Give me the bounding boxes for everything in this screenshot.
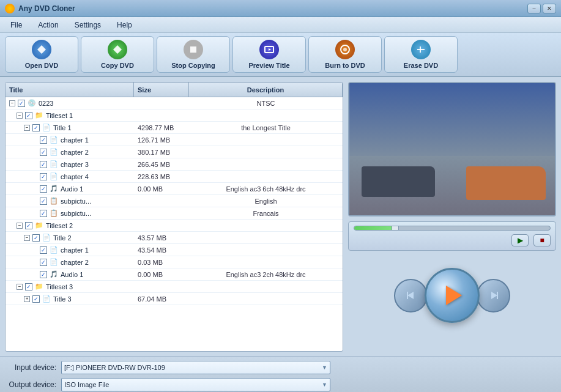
open-dvd-label: Open DVD	[25, 62, 58, 69]
checkbox[interactable]	[32, 124, 40, 131]
expand-btn[interactable]: +	[24, 296, 30, 302]
table-row[interactable]: − 📄 Title 1 4298.77 MB the Longest Title	[6, 122, 343, 134]
stop-copying-label: Stop Copying	[171, 62, 215, 69]
checkbox[interactable]	[40, 246, 47, 254]
doc-icon: 📄	[42, 234, 51, 242]
window-controls: – ✕	[527, 4, 556, 13]
preview-icon	[259, 40, 279, 59]
checkbox[interactable]	[40, 161, 47, 168]
checkbox[interactable]	[18, 100, 25, 107]
checkbox[interactable]	[25, 112, 32, 119]
checkbox[interactable]	[40, 198, 47, 205]
burn-to-dvd-label: Burn to DVD	[325, 62, 365, 69]
output-device-select[interactable]: ISO Image File ▼	[61, 378, 330, 391]
player-prev-button[interactable]	[394, 279, 428, 312]
stop-copying-button[interactable]: Stop Copying	[157, 36, 230, 73]
preview-title-button[interactable]: Preview Title	[232, 36, 306, 73]
vc-buttons: ▶ ■	[354, 234, 551, 246]
video-controls: ▶ ■	[348, 221, 556, 251]
table-row[interactable]: − 📁 Titleset 1	[6, 109, 343, 122]
svg-point-6	[343, 48, 347, 51]
erase-dvd-button[interactable]: Erase DVD	[384, 36, 458, 73]
burn-to-dvd-button[interactable]: Burn to DVD	[308, 36, 382, 73]
table-row[interactable]: + 📄 Title 3 67.04 MB	[6, 293, 343, 305]
player-play-button[interactable]	[425, 268, 480, 323]
table-row[interactable]: − 📄 Title 2 43.57 MB	[6, 232, 343, 244]
truck-right	[466, 166, 546, 200]
erase-icon	[411, 40, 431, 59]
checkbox[interactable]	[25, 283, 32, 290]
table-row[interactable]: 📄 chapter 2 0.03 MB	[6, 256, 343, 268]
checkbox[interactable]	[40, 210, 47, 217]
checkbox[interactable]	[40, 136, 47, 144]
table-row[interactable]: − 💿 0223 NTSC	[6, 97, 343, 109]
table-row[interactable]: 📄 chapter 3 266.45 MB	[6, 158, 343, 171]
menu-settings[interactable]: Settings	[67, 18, 109, 32]
table-row[interactable]: 📄 chapter 2 380.17 MB	[6, 146, 343, 158]
stop-button[interactable]: ■	[533, 234, 551, 246]
tree-header: Title Size Description	[6, 83, 343, 97]
title-bar: Any DVD Cloner – ✕	[0, 0, 561, 17]
table-row[interactable]: 🎵 Audio 1 0.00 MB English ac3 6ch 48kHz …	[6, 183, 343, 195]
doc-icon: 📄	[50, 258, 58, 267]
preview-panel: ▶ ■	[348, 82, 556, 352]
progress-thumb[interactable]	[392, 226, 399, 231]
input-device-select[interactable]: [F:] PIONEER DVD-RW DVR-109 ▼	[61, 361, 330, 374]
svg-marker-0	[37, 45, 46, 54]
table-row[interactable]: 🎵 Audio 1 0.00 MB English ac3 2ch 48kHz …	[6, 268, 343, 281]
player-next-button[interactable]	[477, 279, 510, 312]
table-row[interactable]: 📄 chapter 4 228.63 MB	[6, 171, 343, 183]
checkbox[interactable]	[40, 185, 47, 193]
menu-file[interactable]: File	[2, 18, 30, 32]
table-row[interactable]: 📄 chapter 1 43.54 MB	[6, 244, 343, 256]
play-button[interactable]: ▶	[511, 234, 529, 246]
doc-icon: 📄	[50, 160, 58, 169]
svg-rect-8	[420, 46, 421, 53]
checkbox[interactable]	[25, 222, 32, 229]
expand-btn[interactable]: −	[24, 125, 30, 131]
checkbox[interactable]	[32, 234, 40, 242]
folder-icon: 📁	[35, 283, 43, 291]
menu-help[interactable]: Help	[109, 18, 140, 32]
table-row[interactable]: 📄 chapter 1 126.71 MB	[6, 134, 343, 146]
doc-icon: 📄	[42, 295, 51, 303]
expand-btn[interactable]: −	[17, 284, 23, 290]
minimize-button[interactable]: –	[527, 4, 541, 13]
copy-icon	[108, 40, 127, 59]
open-dvd-button[interactable]: Open DVD	[5, 36, 78, 73]
input-device-row: Input device: [F:] PIONEER DVD-RW DVR-10…	[7, 361, 554, 374]
checkbox[interactable]	[40, 149, 47, 156]
menu-action[interactable]: Action	[30, 18, 66, 32]
app-icon	[5, 4, 15, 13]
output-device-row: Output device: ISO Image File ▼	[7, 378, 554, 391]
video-preview	[348, 82, 556, 216]
sub-icon: 📋	[50, 197, 58, 205]
tree-body[interactable]: − 💿 0223 NTSC − 📁 Titleset 1	[6, 97, 343, 351]
checkbox[interactable]	[32, 295, 40, 303]
progress-fill	[354, 226, 393, 230]
expand-btn[interactable]: −	[24, 235, 30, 241]
output-device-label: Output device:	[7, 380, 56, 389]
table-row[interactable]: 📋 subpictu... Francais	[6, 207, 343, 220]
svg-marker-9	[407, 292, 414, 299]
expand-btn[interactable]: −	[17, 113, 23, 119]
doc-icon: 📄	[42, 124, 51, 132]
copy-dvd-button[interactable]: Copy DVD	[81, 36, 154, 73]
bottom-bar: Input device: [F:] PIONEER DVD-RW DVR-10…	[0, 357, 561, 392]
table-row[interactable]: 📋 subpictu... English	[6, 195, 343, 207]
table-row[interactable]: − 📁 Titleset 3	[6, 281, 343, 293]
table-row[interactable]: − 📁 Titleset 2	[6, 220, 343, 232]
progress-bar[interactable]	[354, 226, 551, 231]
play-triangle-icon	[446, 286, 462, 305]
disc-icon: 💿	[28, 99, 36, 108]
close-button[interactable]: ✕	[543, 4, 556, 13]
checkbox[interactable]	[40, 173, 47, 180]
svg-marker-11	[491, 292, 497, 299]
checkbox[interactable]	[40, 271, 47, 278]
col-title: Title	[6, 83, 134, 97]
expand-btn[interactable]: −	[9, 100, 15, 106]
audio-icon: 🎵	[50, 270, 58, 279]
checkbox[interactable]	[40, 259, 47, 266]
sky-background	[349, 83, 555, 163]
expand-btn[interactable]: −	[17, 223, 23, 229]
